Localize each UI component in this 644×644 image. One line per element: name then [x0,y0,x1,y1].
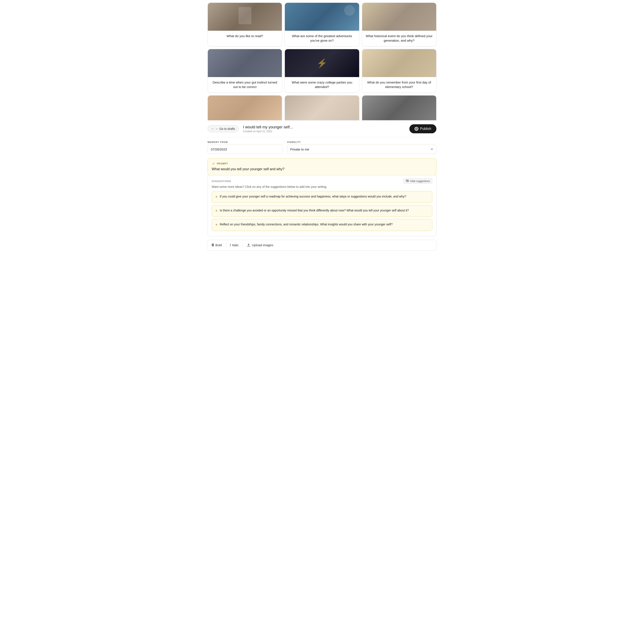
card-image-7 [208,96,282,120]
memory-from-input[interactable] [208,145,283,154]
grid-card-6[interactable]: What do you remember from your first day… [362,49,436,93]
card-text-2: What are some of the greatest adventures… [285,31,359,46]
hide-suggestions-label: Hide suggestions [410,180,430,183]
visibility-select[interactable]: Private to me Public Friends only [287,145,436,154]
suggestion-item-2[interactable]: + Is there a challenge you avoided or an… [212,205,432,217]
suggestions-intro: Want some more ideas? Click on any of th… [212,185,432,188]
italic-button[interactable]: I Italic [230,243,239,247]
italic-label: Italic [232,243,239,247]
svg-point-1 [416,128,417,129]
suggestion-plus-icon-3: + [215,222,218,228]
card-image-8 [285,96,359,120]
suggestions-section: SUGGESTIONS Hide suggestions Want some m… [208,175,436,236]
entry-subtitle: Created on April 21, 2022 [243,130,405,133]
grid-card-5[interactable]: What were some crazy college parties you… [285,49,359,93]
suggestion-plus-icon-2: + [215,208,218,214]
prompt-label-text: PROMPT [217,162,228,165]
toolbar-divider-1 [226,243,226,247]
grid-card-2[interactable]: What are some of the greatest adventures… [285,3,359,46]
go-to-drafts-label: ← Go to drafts [216,127,235,131]
card-image-3 [362,3,436,31]
visibility-group: VISIBILITY Private to me Public Friends … [287,141,436,154]
publish-button[interactable]: Publish [409,124,436,133]
image-grid: What do you like to read? What are some … [205,0,439,120]
header-title-block: I would tell my younger self... Created … [243,125,405,133]
card-image-5 [285,49,359,77]
upload-label: Upload images [252,243,273,247]
suggestion-text-1: If you could give your younger self a ro… [220,194,406,199]
card-text-4: Describe a time when your gut instinct t… [208,77,282,93]
suggestion-plus-icon-1: + [215,194,218,200]
svg-line-3 [406,180,409,182]
card-image-9 [362,96,436,120]
publish-label: Publish [420,127,431,131]
grid-card-3[interactable]: What historical event do you think defin… [362,3,436,46]
eye-hide-icon [406,179,409,183]
grid-card-4[interactable]: Describe a time when your gut instinct t… [208,49,282,93]
grid-card-9[interactable] [362,95,436,120]
memory-from-group: MEMORY FROM [208,141,283,154]
suggestion-item-3[interactable]: + Reflect on your friendships, family co… [212,219,432,231]
suggestion-text-2: Is there a challenge you avoided or an o… [220,208,409,213]
bolt-icon: ⚡ [212,162,216,165]
suggestions-label: SUGGESTIONS [212,180,231,182]
go-to-drafts-button[interactable]: ← ← Go to drafts [208,125,239,132]
visibility-label: VISIBILITY [287,141,436,143]
card-image-4 [208,49,282,77]
grid-card-7[interactable] [208,95,282,120]
editor-header: ← ← Go to drafts I would tell my younger… [205,120,439,137]
suggestions-header: SUGGESTIONS Hide suggestions [212,178,432,184]
card-text-3: What historical event do you think defin… [362,31,436,46]
grid-card-8[interactable] [285,95,359,120]
hide-suggestions-button[interactable]: Hide suggestions [403,178,432,184]
upload-icon [247,243,251,247]
card-image-1 [208,3,282,31]
memory-from-label: MEMORY FROM [208,141,283,143]
card-text-5: What were some crazy college parties you… [285,77,359,93]
prompt-text: What would you tell your younger self an… [212,167,432,172]
upload-images-button[interactable]: Upload images [247,243,273,247]
prompt-section: ⚡ PROMPT What would you tell your younge… [208,158,436,236]
form-section: MEMORY FROM VISIBILITY Private to me Pub… [205,137,439,157]
editor-toolbar: B Bold I Italic Upload images [208,240,436,251]
bold-icon: B [212,243,214,247]
bold-button[interactable]: B Bold [212,243,222,247]
suggestion-item-1[interactable]: + If you could give your younger self a … [212,191,432,203]
bold-label: Bold [216,243,222,247]
suggestion-text-3: Reflect on your friendships, family conn… [220,222,393,227]
card-text-1: What do you like to read? [208,31,282,42]
publish-icon [415,127,418,131]
back-arrow-icon: ← [211,127,214,131]
italic-icon: I [230,243,231,247]
card-image-2 [285,3,359,31]
prompt-label: ⚡ PROMPT [212,162,432,165]
entry-title: I would tell my younger self... [243,125,405,129]
card-text-6: What do you remember from your first day… [362,77,436,93]
card-image-6 [362,49,436,77]
prompt-box: ⚡ PROMPT What would you tell your younge… [208,158,436,175]
grid-card-1[interactable]: What do you like to read? [208,3,282,46]
